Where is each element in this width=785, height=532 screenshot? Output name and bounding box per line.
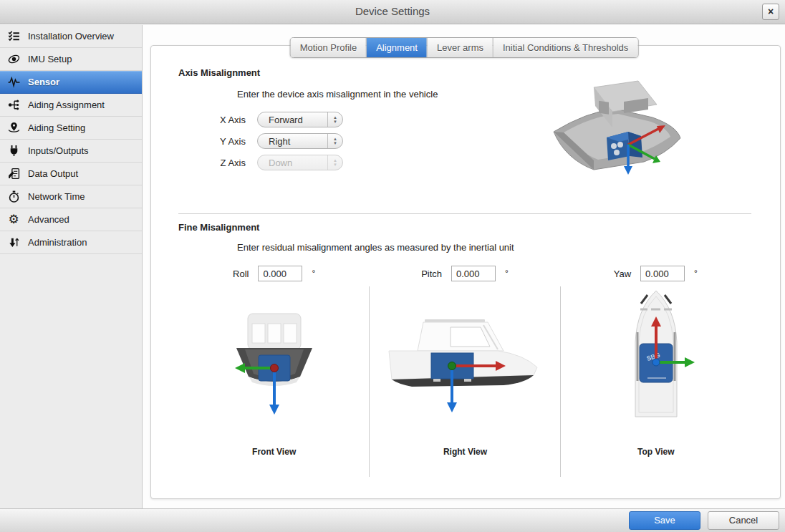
section-divider [178,213,751,214]
right-view-label: Right View [443,447,487,457]
y-axis-value: Right [258,136,327,147]
close-icon[interactable]: × [762,4,779,20]
gear-icon: ⚙ [7,213,20,226]
sidebar-item-advanced[interactable]: ⚙ Advanced [0,208,142,231]
axis-misalignment-instruction: Enter the device axis misalignment in th… [237,89,438,100]
window-title: Device Settings [0,5,785,17]
sidebar-item-label: IMU Setup [28,54,72,64]
z-axis-dropdown: Down ▲▼ [257,155,343,170]
footer-bar: Save Cancel [0,508,785,532]
pitch-column: Pitch ° [369,261,560,477]
sidebar-item-label: Aiding Setting [28,122,85,133]
front-view-area: Front View [178,286,370,477]
sidebar-item-label: Aiding Assignment [28,100,105,110]
roll-field-row: Roll ° [178,261,370,286]
device-settings-dialog: Device Settings × Installation Overview … [0,0,785,532]
top-view-area: SBG Top View [560,286,751,477]
top-view-label: Top View [637,447,675,457]
sidebar-item-installation-overview[interactable]: Installation Overview [0,25,142,48]
sidebar-item-label: Sensor [28,77,59,87]
yaw-column: Yaw ° [560,261,751,477]
sidebar-item-label: Installation Overview [28,31,114,42]
boat-front-view-image [221,305,328,428]
y-axis-dropdown[interactable]: Right ▲▼ [257,133,343,149]
tab-alignment[interactable]: Alignment [366,38,427,57]
waveform-icon [7,76,20,89]
z-axis-row: Z Axis Down ▲▼ [178,155,343,170]
node-tree-icon [7,99,20,112]
fine-misalignment-instruction: Enter residual misalignment angles as me… [237,242,514,253]
roll-column: Roll ° [178,261,370,477]
up-down-arrows-icon [7,236,20,249]
sidebar-item-aiding-assignment[interactable]: Aiding Assignment [0,94,142,117]
pitch-label: Pitch [421,269,442,279]
spinner-icon: ▲▼ [327,155,342,170]
document-edit-icon [7,168,20,180]
save-button[interactable]: Save [629,511,700,530]
sidebar-item-imu-setup[interactable]: IMU Setup [0,48,142,71]
yaw-field-row: Yaw ° [560,261,751,286]
pitch-field-row: Pitch ° [369,261,560,286]
y-axis-label: Y Axis [178,136,257,147]
sidebar-item-label: Inputs/Outputs [28,145,89,156]
cancel-button[interactable]: Cancel [708,511,779,530]
x-axis-dropdown[interactable]: Forward ▲▼ [257,112,343,127]
boat-right-view-image [383,314,546,418]
tab-initial-conditions[interactable]: Initial Conditions & Thresholds [493,38,637,57]
axis-misalignment-heading: Axis Misalignment [178,67,260,78]
sidebar-item-label: Advanced [28,214,69,225]
tab-motion-profile[interactable]: Motion Profile [291,38,366,57]
titlebar: Device Settings × [0,0,785,24]
sidebar-item-network-time[interactable]: Network Time [0,185,142,208]
stopwatch-icon [7,190,20,203]
sidebar: Installation Overview IMU Setup Sensor A… [0,25,143,508]
roll-input[interactable] [258,266,302,281]
roll-unit: ° [312,269,315,279]
sidebar-item-inputs-outputs[interactable]: Inputs/Outputs [0,140,142,163]
sidebar-item-sensor[interactable]: Sensor [0,71,142,94]
z-axis-value: Down [258,158,327,168]
sidebar-item-label: Administration [28,237,87,248]
tabbar: Motion Profile Alignment Lever arms Init… [290,37,639,58]
boat-perspective-image [544,69,687,179]
yaw-unit: ° [694,269,698,279]
sidebar-item-label: Data Output [28,168,78,179]
tab-lever-arms[interactable]: Lever arms [427,38,493,57]
spinner-icon[interactable]: ▲▼ [327,112,342,127]
yaw-input[interactable] [640,266,685,281]
spinner-icon[interactable]: ▲▼ [327,134,342,148]
x-axis-row: X Axis Forward ▲▼ [178,112,343,127]
boat-top-view-image: SBG [610,288,702,424]
pitch-input[interactable] [451,266,496,281]
right-view-area: Right View [369,286,560,477]
yaw-label: Yaw [614,269,631,279]
roll-label: Roll [233,269,249,279]
y-axis-row: Y Axis Right ▲▼ [178,133,343,149]
fine-misalignment-heading: Fine Misalignment [178,222,259,233]
location-pin-icon [7,122,20,135]
sidebar-item-administration[interactable]: Administration [0,231,142,254]
main-content: Motion Profile Alignment Lever arms Init… [143,25,785,508]
checklist-icon [7,30,20,43]
gyroscope-icon [7,53,20,66]
plug-icon [7,145,20,158]
x-axis-label: X Axis [178,115,257,125]
pitch-unit: ° [505,269,509,279]
x-axis-value: Forward [258,115,327,125]
sidebar-item-label: Network Time [28,191,85,202]
fine-misalignment-columns: Roll ° [178,261,751,477]
z-axis-label: Z Axis [178,158,257,168]
sidebar-item-aiding-setting[interactable]: Aiding Setting [0,117,142,140]
sidebar-item-data-output[interactable]: Data Output [0,163,142,185]
alignment-panel: Axis Misalignment Enter the device axis … [150,45,781,499]
front-view-label: Front View [252,447,296,457]
